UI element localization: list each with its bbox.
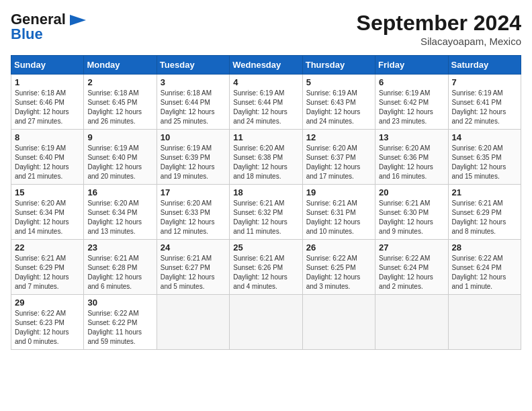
- day-number: 19: [306, 187, 371, 197]
- table-row: 20Sunrise: 6:21 AMSunset: 6:30 PMDayligh…: [375, 185, 448, 240]
- table-row: 10Sunrise: 6:19 AMSunset: 6:39 PMDayligh…: [157, 130, 229, 185]
- day-info: Sunrise: 6:18 AMSunset: 6:45 PMDaylight:…: [87, 89, 152, 126]
- month-year-title: September 2024: [357, 11, 521, 36]
- table-row: 22Sunrise: 6:21 AMSunset: 6:29 PMDayligh…: [11, 240, 84, 295]
- day-info: Sunrise: 6:22 AMSunset: 6:24 PMDaylight:…: [452, 254, 517, 291]
- table-row: 30Sunrise: 6:22 AMSunset: 6:22 PMDayligh…: [84, 295, 157, 350]
- day-number: 24: [161, 242, 226, 253]
- day-info: Sunrise: 6:21 AMSunset: 6:31 PMDaylight:…: [306, 199, 371, 236]
- day-number: 26: [306, 242, 371, 253]
- table-row: 24Sunrise: 6:21 AMSunset: 6:27 PMDayligh…: [157, 240, 229, 295]
- day-info: Sunrise: 6:19 AMSunset: 6:40 PMDaylight:…: [87, 144, 152, 181]
- table-row: 27Sunrise: 6:22 AMSunset: 6:24 PMDayligh…: [375, 240, 448, 295]
- table-row: 14Sunrise: 6:20 AMSunset: 6:35 PMDayligh…: [448, 130, 521, 185]
- day-info: Sunrise: 6:22 AMSunset: 6:24 PMDaylight:…: [379, 254, 444, 291]
- day-info: Sunrise: 6:20 AMSunset: 6:33 PMDaylight:…: [161, 199, 226, 236]
- table-row: 29Sunrise: 6:22 AMSunset: 6:23 PMDayligh…: [11, 295, 84, 350]
- col-tuesday: Tuesday: [157, 56, 229, 75]
- table-row: 2Sunrise: 6:18 AMSunset: 6:45 PMDaylight…: [84, 75, 157, 130]
- table-row: 11Sunrise: 6:20 AMSunset: 6:38 PMDayligh…: [230, 130, 302, 185]
- table-row: 9Sunrise: 6:19 AMSunset: 6:40 PMDaylight…: [84, 130, 157, 185]
- table-row: 15Sunrise: 6:20 AMSunset: 6:34 PMDayligh…: [11, 185, 84, 240]
- table-row: [157, 295, 229, 350]
- day-number: 10: [161, 132, 226, 142]
- day-number: 1: [15, 77, 80, 87]
- table-row: 21Sunrise: 6:21 AMSunset: 6:29 PMDayligh…: [448, 185, 521, 240]
- page-header: General Blue September 2024 Silacayoapam…: [11, 11, 521, 47]
- day-number: 17: [161, 187, 226, 197]
- table-row: 18Sunrise: 6:21 AMSunset: 6:32 PMDayligh…: [230, 185, 302, 240]
- day-number: 9: [87, 132, 152, 142]
- table-row: 26Sunrise: 6:22 AMSunset: 6:25 PMDayligh…: [302, 240, 375, 295]
- calendar-table: Sunday Monday Tuesday Wednesday Thursday…: [11, 55, 521, 350]
- day-info: Sunrise: 6:20 AMSunset: 6:37 PMDaylight:…: [306, 144, 371, 181]
- logo: General Blue: [11, 11, 87, 43]
- location-subtitle: Silacayoapam, Mexico: [357, 36, 521, 47]
- day-info: Sunrise: 6:19 AMSunset: 6:40 PMDaylight:…: [15, 144, 80, 181]
- day-number: 12: [306, 132, 371, 142]
- calendar-header-row: Sunday Monday Tuesday Wednesday Thursday…: [11, 56, 521, 75]
- day-info: Sunrise: 6:18 AMSunset: 6:46 PMDaylight:…: [15, 89, 80, 126]
- table-row: 25Sunrise: 6:21 AMSunset: 6:26 PMDayligh…: [230, 240, 302, 295]
- day-number: 30: [87, 298, 152, 308]
- calendar-week-row: 8Sunrise: 6:19 AMSunset: 6:40 PMDaylight…: [11, 130, 521, 185]
- day-info: Sunrise: 6:21 AMSunset: 6:30 PMDaylight:…: [379, 199, 444, 236]
- table-row: 13Sunrise: 6:20 AMSunset: 6:36 PMDayligh…: [375, 130, 448, 185]
- day-number: 21: [452, 187, 517, 197]
- day-info: Sunrise: 6:20 AMSunset: 6:36 PMDaylight:…: [379, 144, 444, 181]
- day-info: Sunrise: 6:22 AMSunset: 6:22 PMDaylight:…: [87, 309, 152, 347]
- day-number: 4: [233, 77, 298, 87]
- calendar-week-row: 15Sunrise: 6:20 AMSunset: 6:34 PMDayligh…: [11, 185, 521, 240]
- table-row: 17Sunrise: 6:20 AMSunset: 6:33 PMDayligh…: [157, 185, 229, 240]
- day-info: Sunrise: 6:22 AMSunset: 6:25 PMDaylight:…: [306, 254, 371, 291]
- table-row: [375, 295, 448, 350]
- day-number: 25: [233, 242, 298, 253]
- day-info: Sunrise: 6:21 AMSunset: 6:32 PMDaylight:…: [233, 199, 298, 236]
- day-info: Sunrise: 6:19 AMSunset: 6:42 PMDaylight:…: [379, 89, 444, 126]
- day-number: 20: [379, 187, 444, 197]
- day-number: 15: [15, 187, 80, 197]
- table-row: [448, 295, 521, 350]
- day-number: 11: [233, 132, 298, 142]
- table-row: 7Sunrise: 6:19 AMSunset: 6:41 PMDaylight…: [448, 75, 521, 130]
- day-info: Sunrise: 6:20 AMSunset: 6:34 PMDaylight:…: [87, 199, 152, 236]
- col-friday: Friday: [375, 56, 448, 75]
- day-number: 7: [452, 77, 517, 87]
- day-info: Sunrise: 6:21 AMSunset: 6:28 PMDaylight:…: [87, 254, 152, 291]
- table-row: 3Sunrise: 6:18 AMSunset: 6:44 PMDaylight…: [157, 75, 229, 130]
- day-number: 23: [87, 242, 152, 253]
- day-number: 13: [379, 132, 444, 142]
- logo-blue: Blue: [11, 26, 43, 43]
- day-info: Sunrise: 6:20 AMSunset: 6:34 PMDaylight:…: [15, 199, 80, 236]
- day-number: 3: [161, 77, 226, 87]
- calendar-week-row: 22Sunrise: 6:21 AMSunset: 6:29 PMDayligh…: [11, 240, 521, 295]
- svg-marker-0: [70, 15, 86, 26]
- day-info: Sunrise: 6:20 AMSunset: 6:38 PMDaylight:…: [233, 144, 298, 181]
- day-number: 14: [452, 132, 517, 142]
- day-info: Sunrise: 6:21 AMSunset: 6:26 PMDaylight:…: [233, 254, 298, 291]
- day-info: Sunrise: 6:18 AMSunset: 6:44 PMDaylight:…: [161, 89, 226, 126]
- day-info: Sunrise: 6:22 AMSunset: 6:23 PMDaylight:…: [15, 309, 80, 347]
- col-thursday: Thursday: [302, 56, 375, 75]
- table-row: 19Sunrise: 6:21 AMSunset: 6:31 PMDayligh…: [302, 185, 375, 240]
- table-row: 8Sunrise: 6:19 AMSunset: 6:40 PMDaylight…: [11, 130, 84, 185]
- day-info: Sunrise: 6:21 AMSunset: 6:29 PMDaylight:…: [15, 254, 80, 291]
- col-monday: Monday: [84, 56, 157, 75]
- day-info: Sunrise: 6:20 AMSunset: 6:35 PMDaylight:…: [452, 144, 517, 181]
- calendar-week-row: 29Sunrise: 6:22 AMSunset: 6:23 PMDayligh…: [11, 295, 521, 350]
- day-number: 2: [87, 77, 152, 87]
- day-number: 29: [15, 298, 80, 308]
- table-row: 23Sunrise: 6:21 AMSunset: 6:28 PMDayligh…: [84, 240, 157, 295]
- title-block: September 2024 Silacayoapam, Mexico: [357, 11, 521, 47]
- day-info: Sunrise: 6:21 AMSunset: 6:29 PMDaylight:…: [452, 199, 517, 236]
- day-number: 18: [233, 187, 298, 197]
- table-row: 4Sunrise: 6:19 AMSunset: 6:44 PMDaylight…: [230, 75, 302, 130]
- logo-flag-icon: [67, 13, 87, 27]
- day-number: 22: [15, 242, 80, 253]
- table-row: [302, 295, 375, 350]
- day-number: 16: [87, 187, 152, 197]
- table-row: 12Sunrise: 6:20 AMSunset: 6:37 PMDayligh…: [302, 130, 375, 185]
- day-info: Sunrise: 6:19 AMSunset: 6:43 PMDaylight:…: [306, 89, 371, 126]
- day-number: 27: [379, 242, 444, 253]
- day-number: 28: [452, 242, 517, 253]
